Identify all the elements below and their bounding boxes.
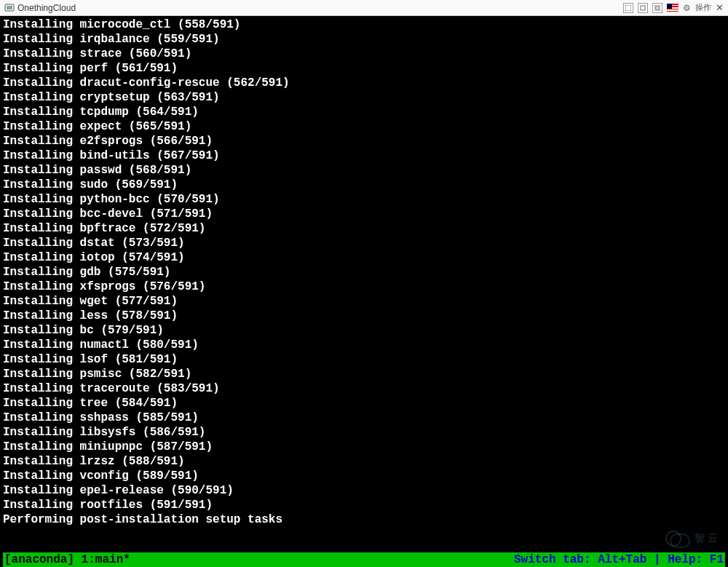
terminal-line: Installing epel-release (590/591) (3, 483, 725, 498)
terminal-line: Installing bc (579/591) (3, 323, 725, 338)
terminal-line: Installing wget (577/591) (3, 294, 725, 309)
svg-rect-5 (656, 7, 659, 9)
terminal-line: Installing gdb (575/591) (3, 265, 725, 279)
svg-rect-1 (7, 6, 12, 9)
terminal-line: Installing tcpdump (564/591) (3, 105, 725, 119)
terminal-line: Installing passwd (568/591) (3, 163, 725, 178)
terminal-line: Installing tree (584/591) (3, 396, 725, 411)
svg-rect-2 (625, 5, 631, 11)
window-button-1[interactable] (623, 3, 633, 13)
titlebar: OnethingCloud ⚙ 操作 ✕ (0, 0, 728, 16)
terminal-line: Installing dstat (573/591) (3, 236, 725, 250)
terminal-line: Installing bind-utils (567/591) (3, 148, 725, 163)
svg-rect-3 (641, 6, 645, 10)
terminal-line: Installing perf (561/591) (3, 61, 725, 76)
vm-window: OnethingCloud ⚙ 操作 ✕ Installing microcod… (0, 0, 728, 567)
gear-icon[interactable]: ⚙ (683, 3, 691, 13)
app-title: OnethingCloud (17, 3, 76, 13)
terminal-line: Installing sshpass (585/591) (3, 411, 725, 425)
ops-label[interactable]: 操作 (695, 2, 711, 13)
terminal-line: Installing lrzsz (588/591) (3, 454, 725, 469)
terminal-line: Installing bpftrace (572/591) (3, 221, 725, 236)
titlebar-right: ⚙ 操作 ✕ (623, 2, 724, 13)
terminal-line: Installing psmisc (582/591) (3, 367, 725, 381)
locale-flag-icon[interactable] (667, 4, 678, 12)
terminal-line: Installing python-bcc (570/591) (3, 192, 725, 207)
window-button-3[interactable] (652, 3, 662, 13)
terminal-line: Installing sudo (569/591) (3, 178, 725, 192)
titlebar-left: OnethingCloud (4, 3, 623, 13)
terminal-line: Installing vconfig (589/591) (3, 469, 725, 483)
window-button-2[interactable] (638, 3, 648, 13)
terminal-line: Installing microcode_ctl (558/591) (3, 17, 725, 32)
terminal[interactable]: Installing microcode_ctl (558/591)Instal… (0, 16, 728, 567)
terminal-output: Installing microcode_ctl (558/591)Instal… (3, 17, 725, 552)
terminal-line: Performing post-installation setup tasks (3, 512, 725, 527)
terminal-line: Installing cryptsetup (563/591) (3, 90, 725, 105)
close-icon[interactable]: ✕ (716, 2, 724, 13)
terminal-line: Installing bcc-devel (571/591) (3, 207, 725, 221)
terminal-line: Installing lsof (581/591) (3, 352, 725, 367)
terminal-line: Installing rootfiles (591/591) (3, 498, 725, 512)
terminal-line: Installing irqbalance (559/591) (3, 32, 725, 47)
terminal-line: Installing xfsprogs (576/591) (3, 279, 725, 294)
terminal-line: Installing iotop (574/591) (3, 250, 725, 265)
terminal-line: Installing expect (565/591) (3, 119, 725, 134)
terminal-line: Installing traceroute (583/591) (3, 381, 725, 396)
terminal-line: Installing e2fsprogs (566/591) (3, 134, 725, 148)
tmux-statusbar: [anaconda] 1:main* Switch tab: Alt+Tab |… (3, 552, 725, 567)
terminal-line: Installing strace (560/591) (3, 47, 725, 61)
terminal-line: Installing libsysfs (586/591) (3, 425, 725, 440)
statusbar-left: [anaconda] 1:main* (4, 552, 130, 567)
statusbar-right: Switch tab: Alt+Tab | Help: F1 (514, 552, 724, 567)
terminal-line: Installing miniupnpc (587/591) (3, 440, 725, 454)
terminal-line: Installing numactl (580/591) (3, 338, 725, 352)
terminal-line: Installing dracut-config-rescue (562/591… (3, 76, 725, 90)
app-icon (4, 3, 15, 13)
terminal-line: Installing less (578/591) (3, 309, 725, 323)
svg-rect-4 (654, 5, 660, 11)
